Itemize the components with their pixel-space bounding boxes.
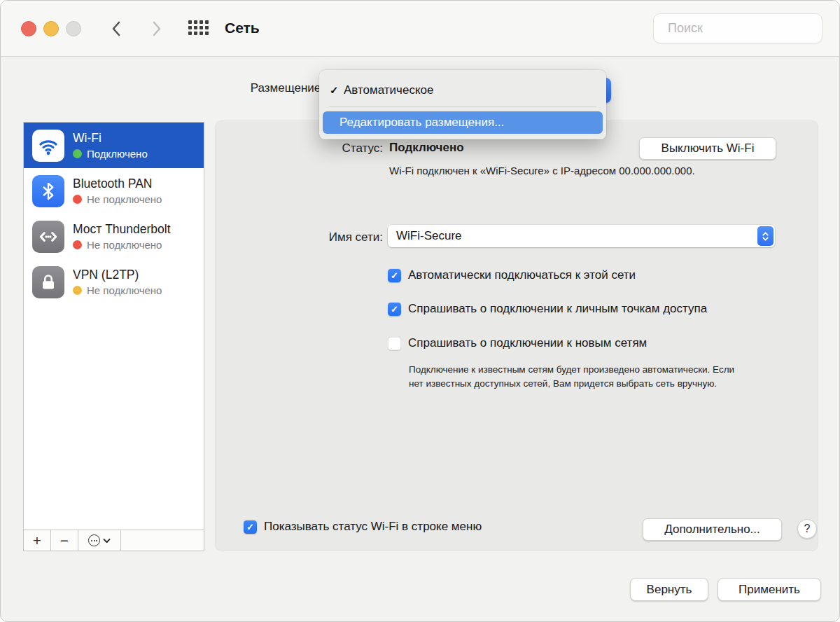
- chevron-down-icon: [103, 538, 111, 544]
- search-field[interactable]: [653, 13, 822, 43]
- checkbox-row-menu-bar-status[interactable]: ✓ Показывать статус Wi-Fi в строке меню: [244, 520, 482, 534]
- checkmark-icon: ✓: [330, 84, 344, 97]
- sidebar-item-bluetooth-pan[interactable]: Bluetooth PAN Не подключено: [24, 168, 204, 214]
- service-status: Подключено: [73, 148, 148, 160]
- status-value: Подключено: [389, 141, 464, 155]
- service-status: Не подключено: [73, 239, 171, 251]
- status-detail-text: Wi-Fi подключен к «WiFi-Secure» с IP-адр…: [389, 165, 695, 177]
- show-all-grid-icon[interactable]: [188, 20, 209, 35]
- menu-item-edit-locations[interactable]: Редактировать размещения...: [323, 111, 603, 134]
- sidebar-footer-spacer: [121, 530, 204, 551]
- service-status-label: Не подключено: [87, 193, 162, 205]
- back-button[interactable]: [108, 20, 126, 38]
- bridge-icon: [32, 221, 64, 253]
- service-status-label: Подключено: [87, 148, 148, 160]
- status-dot-red: [73, 240, 82, 249]
- sidebar-item-thunderbolt-bridge[interactable]: Мост Thunderbolt Не подключено: [24, 214, 204, 259]
- service-name: VPN (L2TP): [73, 268, 162, 282]
- menu-divider: [329, 106, 596, 107]
- revert-button[interactable]: Вернуть: [630, 578, 708, 601]
- wifi-icon: [32, 130, 64, 162]
- checkbox-row-auto-join[interactable]: ✓ Автоматически подключаться к этой сети: [388, 268, 636, 282]
- service-name: Wi-Fi: [73, 131, 148, 146]
- checkbox-label: Спрашивать о подключении к новым сетям: [408, 336, 647, 350]
- wifi-settings-panel: Статус: Подключено Выключить Wi-Fi Wi-Fi…: [215, 120, 818, 551]
- service-status: Не подключено: [73, 193, 162, 205]
- traffic-lights: [21, 21, 81, 36]
- apply-button[interactable]: Применить: [718, 578, 821, 601]
- status-label: Статус:: [257, 141, 383, 156]
- menu-item-automatic[interactable]: ✓ Автоматическое: [319, 78, 606, 102]
- network-preferences-window: Сеть Размещение: ✓ Автоматическое Редакт…: [0, 0, 840, 622]
- add-service-button[interactable]: +: [24, 530, 51, 551]
- popup-chevrons-icon: [757, 226, 774, 246]
- checkbox-label: Показывать статус Wi-Fi в строке меню: [264, 520, 482, 534]
- forward-button[interactable]: [147, 20, 165, 38]
- toolbar: Сеть: [1, 1, 839, 57]
- turn-off-wifi-button[interactable]: Выключить Wi-Fi: [639, 137, 776, 160]
- status-dot-red: [73, 195, 82, 204]
- minimize-window-button[interactable]: [43, 21, 59, 36]
- location-label: Размещение:: [218, 81, 324, 95]
- checkbox-row-ask-new-networks[interactable]: Спрашивать о подключении к новым сетям: [388, 336, 647, 350]
- service-name: Bluetooth PAN: [73, 177, 162, 191]
- known-networks-note: Подключение к известным сетям будет прои…: [409, 363, 743, 392]
- services-sidebar: Wi-Fi Подключено Bluetooth PAN Не подклю…: [23, 122, 204, 551]
- menu-item-label: Автоматическое: [344, 83, 433, 97]
- checkbox-checked-icon[interactable]: ✓: [244, 520, 257, 534]
- checkbox-label: Спрашивать о подключении к личным точкам…: [408, 302, 707, 316]
- network-name-value: WiFi-Secure: [388, 229, 757, 243]
- ellipsis-circle-icon: [88, 534, 100, 546]
- location-menu: ✓ Автоматическое Редактировать размещени…: [319, 70, 606, 139]
- lock-icon: [32, 266, 64, 298]
- remove-service-button[interactable]: −: [51, 530, 78, 551]
- service-status-label: Не подключено: [87, 239, 162, 251]
- sidebar-item-vpn-l2tp[interactable]: VPN (L2TP) Не подключено: [24, 259, 204, 305]
- close-window-button[interactable]: [21, 21, 36, 36]
- checkbox-row-ask-hotspots[interactable]: ✓ Спрашивать о подключении к личным точк…: [388, 302, 707, 316]
- help-button[interactable]: ?: [797, 519, 817, 539]
- menu-item-label: Редактировать размещения...: [340, 116, 504, 130]
- search-input[interactable]: [668, 21, 830, 36]
- service-status: Не подключено: [73, 284, 162, 296]
- more-actions-button[interactable]: [78, 530, 121, 551]
- service-name: Мост Thunderbolt: [73, 222, 171, 237]
- bluetooth-icon: [32, 175, 64, 207]
- service-status-label: Не подключено: [87, 284, 162, 296]
- status-dot-yellow: [73, 286, 82, 295]
- zoom-window-button[interactable]: [66, 21, 81, 36]
- checkbox-checked-icon[interactable]: ✓: [388, 303, 401, 316]
- checkbox-unchecked-icon[interactable]: [388, 337, 401, 350]
- checkbox-label: Автоматически подключаться к этой сети: [408, 268, 636, 282]
- checkbox-checked-icon[interactable]: ✓: [388, 269, 401, 282]
- network-name-label: Имя сети:: [257, 230, 383, 244]
- sidebar-footer: + −: [23, 530, 204, 551]
- page-title: Сеть: [225, 20, 260, 36]
- network-name-popup[interactable]: WiFi-Secure: [388, 225, 775, 247]
- sidebar-item-wifi[interactable]: Wi-Fi Подключено: [24, 123, 204, 168]
- advanced-button[interactable]: Дополнительно...: [643, 518, 782, 541]
- status-dot-green: [73, 149, 82, 158]
